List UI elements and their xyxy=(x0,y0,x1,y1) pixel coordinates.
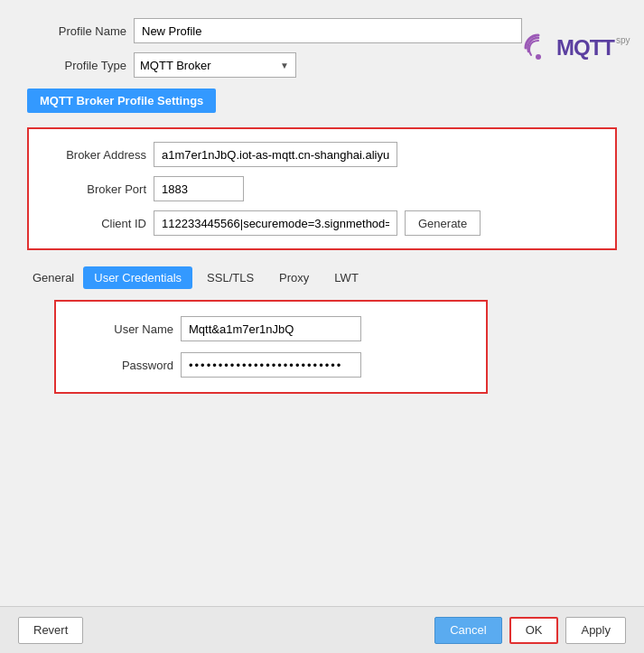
cancel-button[interactable]: Cancel xyxy=(434,617,501,644)
tab-user-credentials[interactable]: User Credentials xyxy=(83,266,192,289)
profile-name-input[interactable] xyxy=(134,18,522,43)
mqtt-logo-icon xyxy=(522,32,555,64)
apply-button[interactable]: Apply xyxy=(565,617,626,644)
tab-lwt[interactable]: LWT xyxy=(323,266,369,289)
profile-type-select[interactable]: MQTT Broker xyxy=(134,52,296,78)
mqtt-logo: MQTT spy xyxy=(522,32,630,64)
tab-proxy[interactable]: Proxy xyxy=(268,266,320,289)
tab-ssl-tls[interactable]: SSL/TLS xyxy=(196,266,265,289)
footer: Revert Cancel OK Apply xyxy=(0,606,644,653)
tabs-row: General User Credentials SSL/TLS Proxy L… xyxy=(27,266,617,289)
username-input[interactable] xyxy=(181,316,361,341)
footer-right-buttons: Cancel OK Apply xyxy=(434,617,626,644)
ok-button[interactable]: OK xyxy=(509,617,559,644)
username-label: User Name xyxy=(74,322,173,336)
revert-button[interactable]: Revert xyxy=(18,617,83,644)
password-label: Password xyxy=(74,359,173,372)
password-input[interactable] xyxy=(181,352,361,378)
tab-general[interactable]: General xyxy=(27,266,79,289)
svg-point-0 xyxy=(536,54,541,60)
broker-address-label: Broker Address xyxy=(47,148,146,162)
credentials-box: User Name Password xyxy=(54,300,488,394)
mqtt-logo-text: MQTT xyxy=(556,35,614,61)
profile-type-select-wrapper: MQTT Broker xyxy=(134,52,296,78)
generate-button[interactable]: Generate xyxy=(405,210,481,236)
broker-address-input[interactable] xyxy=(154,142,397,167)
client-id-input[interactable] xyxy=(154,210,397,236)
section-header: MQTT Broker Profile Settings xyxy=(27,89,216,113)
broker-port-input[interactable] xyxy=(154,176,244,201)
broker-port-label: Broker Port xyxy=(47,182,146,196)
mqtt-logo-suffix: spy xyxy=(616,35,630,45)
profile-type-label: Profile Type xyxy=(27,59,126,72)
broker-settings-box: Broker Address Broker Port Client ID Gen… xyxy=(27,127,617,250)
client-id-label: Client ID xyxy=(47,217,146,230)
profile-name-label: Profile Name xyxy=(27,24,126,38)
